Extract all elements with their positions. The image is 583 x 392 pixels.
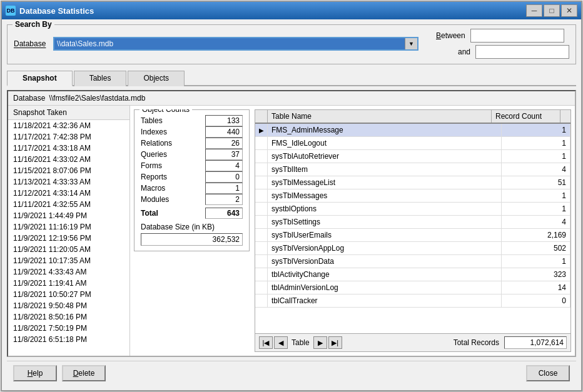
row-count: 1 (502, 203, 570, 215)
minimize-button[interactable]: ─ (526, 4, 542, 17)
panel-body: Snapshot Taken 11/18/2021 4:32:36 AM11/1… (8, 106, 575, 356)
row-count: 502 (502, 242, 570, 254)
database-combo[interactable]: ▼ (53, 37, 418, 51)
table-row[interactable]: sysTblItem 4 (255, 163, 570, 176)
total-value: 643 (205, 208, 243, 219)
snapshot-item[interactable]: 11/8/2021 10:50:27 PM (8, 289, 129, 300)
delete-button[interactable]: Delete (62, 365, 106, 381)
table-row[interactable]: tblActivityChange 323 (255, 268, 570, 281)
tab-snapshot[interactable]: Snapshot (7, 71, 73, 86)
table-row[interactable]: sysTblUserEmails 2,169 (255, 229, 570, 242)
snapshot-item[interactable]: 11/9/2021 12:19:56 PM (8, 233, 129, 244)
row-arrow (255, 150, 268, 163)
table-row[interactable]: ▶ FMS_AdminMessage 1 (255, 124, 570, 137)
table-row[interactable]: sysTblSettings 4 (255, 216, 570, 229)
row-name: sysTblVersionData (268, 255, 502, 268)
snapshot-item[interactable]: 11/8/2021 8:50:16 PM (8, 311, 129, 323)
snapshot-item[interactable]: 11/9/2021 4:33:43 AM (8, 266, 129, 278)
main-panel: Database \\fmsfile2\Sales\fastdata.mdb S… (7, 90, 576, 357)
between-label: Between (436, 31, 465, 40)
tabs-bar: Snapshot Tables Objects (7, 69, 576, 86)
row-arrow: ▶ (255, 124, 268, 136)
row-count: 1 (502, 124, 570, 136)
snapshot-item[interactable]: 11/8/2021 6:51:18 PM (8, 334, 129, 345)
nav-label: Table (292, 338, 310, 347)
snapshot-item[interactable]: 11/16/2021 4:33:02 AM (8, 154, 129, 165)
row-count: 1 (502, 189, 570, 202)
snapshot-item[interactable]: 11/9/2021 11:20:05 AM (8, 244, 129, 255)
database-dropdown-btn[interactable]: ▼ (405, 38, 417, 49)
row-arrow (255, 163, 268, 176)
tab-objects[interactable]: Objects (128, 71, 185, 86)
count-value: 440 (205, 126, 243, 138)
table-row[interactable]: sysTblMessages 1 (255, 189, 570, 203)
count-row: Forms4 (141, 160, 243, 171)
row-count: 51 (502, 176, 570, 189)
snapshot-item[interactable]: 11/9/2021 11:16:19 PM (8, 221, 129, 233)
close-button[interactable]: ✕ (561, 4, 577, 17)
between-row: Between (436, 29, 569, 43)
snapshot-item[interactable]: 11/15/2021 8:07:06 PM (8, 165, 129, 176)
table-row[interactable]: systblOptions 1 (255, 203, 570, 216)
table-row[interactable]: sysTblVersionData 1 (255, 255, 570, 268)
table-row[interactable]: tblCallTracker 0 (255, 294, 570, 308)
object-counts-legend: Object Counts (139, 109, 192, 114)
table-row[interactable]: sysTblMessageList 51 (255, 176, 570, 189)
table-row[interactable]: FMS_IdleLogout 1 (255, 137, 570, 150)
total-records: Total Records 1,072,614 (454, 336, 567, 349)
snapshot-item[interactable]: 11/9/2021 10:17:35 AM (8, 255, 129, 266)
nav-next-btn[interactable]: ▶ (313, 336, 327, 349)
table-body[interactable]: ▶ FMS_AdminMessage 1 FMS_IdleLogout 1 sy… (255, 124, 570, 333)
row-count: 1 (502, 150, 570, 163)
table-row[interactable]: sysTblVersionAppLog 502 (255, 242, 570, 255)
snapshot-item[interactable]: 11/12/2021 4:33:14 AM (8, 188, 129, 199)
row-name: tblActivityChange (268, 268, 502, 281)
object-counts-group: Object Counts Tables133Indexes440Relatio… (134, 109, 250, 251)
between-section: Between and (436, 29, 569, 59)
snapshot-item[interactable]: 11/17/2021 7:42:38 PM (8, 131, 129, 143)
database-input[interactable] (54, 38, 405, 49)
row-arrow (255, 216, 268, 228)
between-input[interactable] (470, 29, 564, 43)
db-size-value: 362,532 (141, 233, 243, 246)
close-window-button[interactable]: Close (526, 365, 570, 381)
db-size-label: Database Size (in KB) (141, 223, 243, 231)
snapshot-item[interactable]: 11/18/2021 4:32:36 AM (8, 120, 129, 131)
snapshot-item[interactable]: 11/13/2021 4:33:33 AM (8, 176, 129, 188)
row-name: sysTblVersionAppLog (268, 242, 502, 254)
row-count: 323 (502, 268, 570, 281)
db-size-section: Database Size (in KB) 362,532 (141, 223, 243, 246)
snapshot-item[interactable]: 11/11/2021 4:32:55 AM (8, 199, 129, 210)
count-row: Queries37 (141, 149, 243, 160)
snapshot-item[interactable]: 11/8/2021 7:50:19 PM (8, 323, 129, 334)
row-arrow (255, 242, 268, 254)
row-arrow (255, 294, 268, 307)
snapshot-item[interactable]: 11/17/2021 4:33:18 AM (8, 143, 129, 154)
nav-first-btn[interactable]: |◀ (259, 336, 273, 349)
right-content: Object Counts Tables133Indexes440Relatio… (134, 109, 571, 352)
snapshot-list[interactable]: 11/18/2021 4:32:36 AM11/17/2021 7:42:38 … (8, 120, 129, 356)
snapshot-panel: Snapshot Taken 11/18/2021 4:32:36 AM11/1… (8, 106, 130, 356)
table-row[interactable]: sysTblAutoRetriever 1 (255, 150, 570, 163)
nav-last-btn[interactable]: ▶| (328, 336, 342, 349)
snapshot-item[interactable]: 11/9/2021 1:44:49 PM (8, 210, 129, 221)
and-input[interactable] (475, 45, 569, 59)
right-panel: Object Counts Tables133Indexes440Relatio… (130, 106, 575, 356)
row-name: sysTblMessages (268, 189, 502, 202)
nav-prev-btn[interactable]: ◀ (274, 336, 288, 349)
title-bar-left: DB Database Statistics (6, 6, 94, 16)
row-count: 14 (502, 281, 570, 294)
snapshot-item[interactable]: 11/9/2021 1:19:41 AM (8, 278, 129, 289)
help-button[interactable]: Help (13, 365, 57, 381)
total-records-label: Total Records (454, 338, 499, 347)
count-value: 37 (205, 149, 243, 160)
and-label: and (436, 48, 470, 56)
tab-tables[interactable]: Tables (74, 71, 127, 86)
maximize-button[interactable]: □ (544, 4, 560, 17)
count-value: 0 (205, 171, 243, 183)
table-row[interactable]: tblAdminVersionLog 14 (255, 281, 570, 294)
row-name: FMS_AdminMessage (268, 124, 502, 136)
snapshot-item[interactable]: 11/8/2021 9:50:48 PM (8, 300, 129, 311)
title-bar: DB Database Statistics ─ □ ✕ (2, 2, 581, 19)
app-icon: DB (6, 6, 16, 16)
